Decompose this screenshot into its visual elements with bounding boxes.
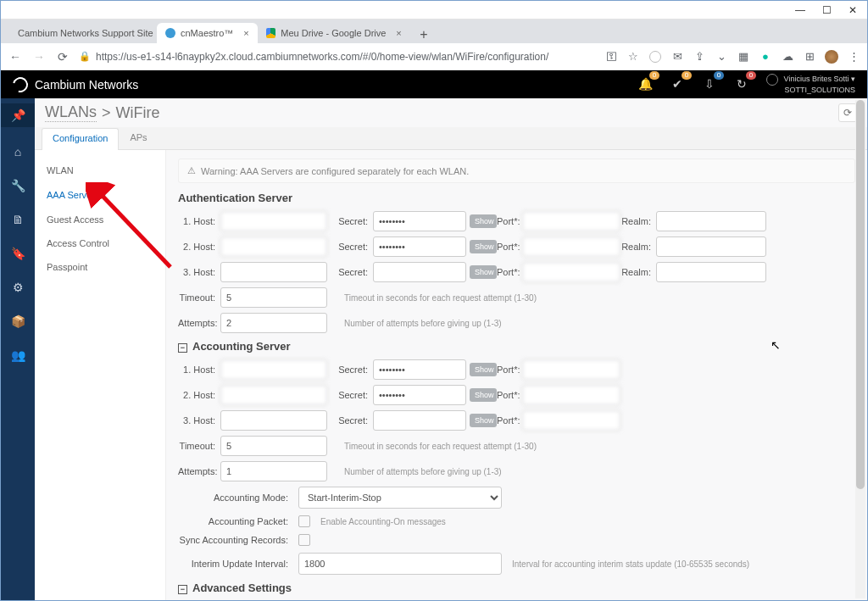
collapse-toggle[interactable]: −	[178, 585, 187, 594]
refresh-button[interactable]: ⟳	[838, 103, 857, 122]
acct-attempts[interactable]	[220, 461, 327, 481]
show-button[interactable]: Show	[470, 388, 497, 402]
forward-button[interactable]: →	[31, 49, 47, 64]
acct-mode-row: Accounting Mode: Start-Interim-Stop	[178, 487, 855, 509]
scrollbar[interactable]	[855, 100, 865, 598]
acct-host-2[interactable]	[220, 385, 327, 405]
collapse-toggle[interactable]: −	[178, 343, 187, 353]
sidebar-item-guest-access[interactable]: Guest Access	[35, 208, 165, 231]
breadcrumb-root[interactable]: WLANs	[45, 103, 97, 122]
auth-host-2[interactable]	[220, 237, 327, 257]
tab-configuration[interactable]: Configuration	[42, 128, 119, 150]
port-label: Port*:	[497, 364, 522, 375]
mail-icon[interactable]: ✉	[670, 50, 684, 64]
sidebar-item-aaa-servers[interactable]: AAA Servers	[35, 182, 165, 208]
close-icon[interactable]: ×	[396, 28, 401, 38]
acct-packet-checkbox[interactable]	[298, 515, 310, 527]
timeout-label: Timeout:	[178, 441, 220, 451]
back-button[interactable]: ←	[8, 49, 23, 64]
pocket-icon[interactable]: ⌄	[715, 50, 728, 64]
new-tab-button[interactable]: +	[415, 26, 432, 43]
rail-tag-icon[interactable]: 🔖	[8, 244, 27, 263]
secret-label: Secret:	[327, 242, 373, 252]
sidebar-item-wlan[interactable]: WLAN	[35, 159, 165, 182]
brand[interactable]: Cambium Networks	[13, 77, 138, 92]
sync-checkbox[interactable]	[298, 534, 310, 546]
sync-icon[interactable]: ↻0	[734, 76, 749, 92]
avatar-icon[interactable]	[825, 50, 838, 64]
share-icon[interactable]: ⇪	[693, 50, 706, 64]
rail-home-icon[interactable]: ⌂	[8, 142, 27, 161]
show-button[interactable]: Show	[470, 214, 497, 228]
auth-port-2[interactable]	[522, 237, 620, 257]
browser-tab[interactable]: Meu Drive - Google Drive ×	[258, 23, 410, 43]
show-button[interactable]: Show	[470, 363, 497, 376]
rail-settings-icon[interactable]: ⚙	[8, 278, 27, 297]
auth-realm-3[interactable]	[656, 262, 766, 282]
acct-port-2[interactable]	[522, 385, 620, 405]
acct-port-3[interactable]	[522, 410, 620, 431]
ext-icon[interactable]: ●	[759, 50, 772, 64]
user-menu[interactable]: Vinicius Brites Sotti ▾ SOTTI_SOLUTIONS	[766, 74, 855, 95]
acct-host-1[interactable]	[220, 359, 327, 380]
show-button[interactable]: Show	[470, 240, 497, 253]
menu-icon[interactable]: ⋮	[847, 50, 860, 64]
adv-section-title: −Advanced Settings	[178, 582, 855, 594]
window-minimize[interactable]: —	[795, 4, 805, 16]
show-button[interactable]: Show	[470, 414, 497, 427]
browser-tab[interactable]: Cambium Networks Support Site ×	[4, 23, 157, 43]
user-name: Vinicius Brites Sotti	[784, 75, 849, 83]
scrollbar-thumb[interactable]	[856, 100, 865, 489]
key-icon[interactable]: ⚿	[604, 50, 618, 64]
auth-attempts[interactable]	[220, 313, 327, 333]
auth-host-1[interactable]	[220, 211, 327, 231]
sidebar-item-access-control[interactable]: Access Control	[35, 231, 165, 255]
auth-row-1: 1. Host: Secret: Show Port*: Realm:	[178, 211, 855, 231]
status-check-icon[interactable]: ✔0	[670, 76, 685, 92]
auth-secret-3[interactable]	[373, 262, 466, 282]
window-close[interactable]: ✕	[849, 4, 857, 16]
badge: 0	[649, 71, 659, 80]
acct-host-3[interactable]	[220, 410, 327, 431]
grid-icon[interactable]: ▦	[737, 50, 750, 64]
auth-secret-2[interactable]	[373, 237, 466, 257]
sidebar-item-passpoint[interactable]: Passpoint	[35, 255, 165, 279]
rail-box-icon[interactable]: 📦	[8, 312, 27, 331]
rail-pin-icon[interactable]: 📌	[1, 103, 35, 127]
auth-timeout-row: Timeout: Timeout in seconds for each req…	[178, 287, 855, 308]
acct-secret-1[interactable]	[373, 359, 466, 380]
acct-secret-3[interactable]	[373, 410, 466, 431]
rail-users-icon[interactable]: 👥	[8, 346, 27, 364]
auth-realm-2[interactable]	[656, 237, 766, 257]
brand-text: Cambium Networks	[35, 78, 138, 92]
auth-timeout[interactable]	[220, 287, 327, 308]
browser-tab[interactable]: cnMaestro™ ×	[157, 23, 258, 43]
lock-ext-icon[interactable]: ⊞	[803, 50, 816, 64]
auth-port-1[interactable]	[522, 211, 620, 231]
show-button[interactable]: Show	[470, 265, 497, 279]
help-text: Timeout in seconds for each request atte…	[327, 293, 855, 303]
acct-secret-2[interactable]	[373, 385, 466, 405]
auth-secret-1[interactable]	[373, 211, 466, 231]
address-bar[interactable]: 🔒 https://us-e1-s14-l6naypky2x.cloud.cam…	[79, 51, 596, 63]
alarm-bell-icon[interactable]: 🔔0	[637, 76, 653, 92]
star-icon[interactable]: ☆	[626, 50, 640, 64]
acct-port-1[interactable]	[522, 359, 620, 380]
auth-port-3[interactable]	[522, 262, 620, 282]
acct-mode-select[interactable]: Start-Interim-Stop	[298, 487, 502, 509]
reload-button[interactable]: ⟳	[55, 49, 70, 64]
auth-realm-1[interactable]	[656, 211, 766, 231]
close-icon[interactable]: ×	[243, 28, 248, 38]
acct-timeout[interactable]	[220, 436, 327, 456]
cloud-icon[interactable]: ☁	[781, 50, 794, 64]
window-maximize[interactable]: ☐	[822, 4, 832, 16]
auth-host-3[interactable]	[220, 262, 327, 282]
browser-tab-title: Cambium Networks Support Site	[18, 28, 153, 38]
download-icon[interactable]: ⇩0	[702, 76, 717, 92]
interim-interval[interactable]	[298, 553, 502, 575]
rail-wrench-icon[interactable]: 🔧	[8, 176, 27, 195]
tab-aps[interactable]: APs	[119, 127, 158, 149]
rail-reports-icon[interactable]: 🗎	[8, 210, 27, 229]
browser-tab-title: Meu Drive - Google Drive	[281, 28, 386, 38]
circle-icon[interactable]	[648, 50, 662, 64]
